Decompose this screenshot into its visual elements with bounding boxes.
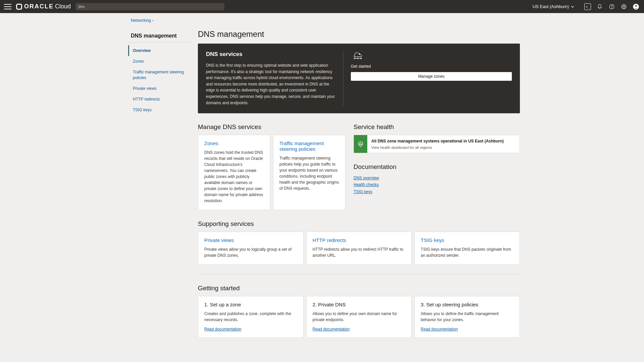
card-private-views-desc: Private views allow you to logically gro…: [204, 246, 297, 258]
sidebar-item-tsig[interactable]: TSIG keys: [128, 105, 191, 115]
manage-heading: Manage DNS services: [198, 123, 345, 131]
card-zones: Zones DNS zones hold the trusted DNS rec…: [198, 135, 270, 210]
sidebar-item-zones[interactable]: Zones: [128, 56, 191, 67]
getting-started-heading: Getting started: [198, 285, 520, 292]
sidebar: DNS management Overview Zones Traffic ma…: [128, 29, 191, 338]
documentation-heading: Documentation: [354, 163, 520, 171]
health-ok-icon: [354, 135, 367, 153]
supporting-heading: Supporting services: [198, 220, 520, 228]
oracle-logo-icon: [16, 4, 22, 10]
dev-tools-icon[interactable]: >_: [584, 3, 591, 10]
svg-point-8: [360, 58, 362, 59]
get-started-label: Get started: [351, 64, 512, 69]
svg-point-7: [357, 58, 359, 59]
card-zones-link[interactable]: Zones: [204, 140, 218, 146]
gs-card-3-link[interactable]: Read documentation: [421, 327, 458, 331]
card-steering-link[interactable]: Traffic management steering policies: [279, 140, 324, 152]
hero-card: DNS services DNS is the first step to en…: [198, 44, 520, 113]
manage-zones-button[interactable]: Manage zones: [351, 72, 512, 81]
sidebar-item-private-views[interactable]: Private views: [128, 83, 191, 94]
page-title: DNS management: [198, 29, 520, 39]
doc-links: DNS overview Health checks TSIG keys: [354, 175, 520, 195]
gs-card-2-link[interactable]: Read documentation: [313, 327, 350, 331]
svg-point-6: [354, 58, 356, 59]
hero-body: DNS is the first step to ensuring optima…: [206, 62, 335, 106]
brand-oracle: ORACLE: [24, 3, 54, 10]
search-box[interactable]: [75, 3, 224, 10]
cloud-network-icon: [351, 51, 364, 60]
topbar: ORACLE Cloud US East (Ashburn) >_: [0, 0, 644, 13]
sidebar-item-steering[interactable]: Traffic management steering policies: [128, 67, 191, 83]
gs-card-2-title: 2. Private DNS: [313, 302, 406, 307]
gs-card-3: 3. Set up steering policies Allows you t…: [414, 296, 520, 338]
gs-card-2-desc: Allows you to define your own domain nam…: [313, 311, 406, 323]
svg-point-4: [635, 5, 637, 6]
card-http-redirects: HTTP redirects HTTP redirects allow you …: [306, 232, 412, 265]
hero-title: DNS services: [206, 51, 335, 58]
gs-card-1-title: 1. Set up a zone: [204, 302, 297, 307]
gs-card-3-title: 3. Set up steering policies: [421, 302, 514, 307]
health-heading: Service health: [354, 123, 520, 131]
gs-card-3-desc: Allows you to define the traffic managem…: [421, 311, 514, 323]
svg-point-9: [359, 53, 360, 55]
card-steering-desc: Traffic management steering policies hel…: [279, 155, 339, 191]
gs-card-1-link[interactable]: Read documentation: [204, 327, 241, 331]
profile-icon[interactable]: [633, 3, 639, 10]
card-http-redirects-link[interactable]: HTTP redirects: [313, 237, 346, 243]
health-title: All DNS zone management systems operatio…: [371, 138, 504, 144]
region-selector[interactable]: US East (Ashburn): [533, 4, 574, 9]
sidebar-title: DNS management: [131, 33, 191, 39]
main-content: DNS management DNS services DNS is the f…: [198, 29, 520, 338]
brand[interactable]: ORACLE Cloud: [16, 3, 71, 10]
card-tsig: TSIG keys TSIG keys ensure that DNS pack…: [414, 232, 520, 265]
globe-icon[interactable]: [621, 3, 627, 10]
divider: [198, 274, 520, 275]
card-tsig-link[interactable]: TSIG keys: [421, 237, 444, 243]
notifications-icon[interactable]: [596, 3, 603, 10]
gs-card-1-desc: Creates and publishes a zone, complete w…: [204, 311, 297, 323]
doc-link-healthchecks[interactable]: Health checks: [354, 181, 520, 188]
sidebar-divider: [128, 42, 191, 43]
menu-button[interactable]: [4, 4, 11, 9]
chevron-down-icon: [571, 5, 574, 8]
brand-cloud: Cloud: [55, 3, 71, 10]
breadcrumb-chevron-icon: ›: [152, 18, 154, 23]
sidebar-item-overview[interactable]: Overview: [128, 45, 191, 56]
health-panel: All DNS zone management systems operatio…: [354, 135, 520, 153]
card-tsig-desc: TSIG keys ensure that DNS packets origin…: [421, 246, 514, 258]
topbar-icons: >_: [584, 3, 639, 10]
doc-link-overview[interactable]: DNS overview: [354, 175, 520, 181]
gs-card-2: 2. Private DNS Allows you to define your…: [306, 296, 412, 338]
health-link[interactable]: View health dashboard for all regions: [371, 145, 504, 149]
card-private-views: Private views Private views allow you to…: [198, 232, 304, 265]
breadcrumb-parent[interactable]: Networking: [131, 18, 151, 23]
card-zones-desc: DNS zones hold the trusted DNS records t…: [204, 149, 264, 204]
help-icon[interactable]: [608, 3, 615, 10]
doc-link-tsig[interactable]: TSIG keys: [354, 188, 520, 195]
search-input[interactable]: [78, 4, 222, 9]
sidebar-item-http-redirects[interactable]: HTTP redirects: [128, 94, 191, 105]
region-label: US East (Ashburn): [533, 4, 569, 9]
card-http-redirects-desc: HTTP redirects allow you to redirect HTT…: [313, 246, 406, 258]
breadcrumb: Networking›: [124, 13, 520, 23]
card-private-views-link[interactable]: Private views: [204, 237, 234, 243]
card-steering: Traffic management steering policies Tra…: [273, 135, 345, 210]
svg-point-1: [611, 8, 612, 8]
gs-card-1: 1. Set up a zone Creates and publishes a…: [198, 296, 304, 338]
